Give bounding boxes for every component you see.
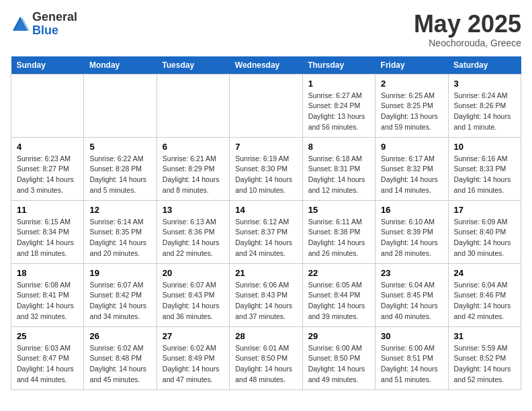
day-number: 5: [89, 142, 150, 152]
calendar-cell: 30Sunrise: 6:00 AMSunset: 8:51 PMDayligh…: [375, 326, 448, 390]
day-number: 31: [454, 331, 515, 341]
day-number: 6: [163, 142, 224, 152]
cell-info: Sunrise: 6:25 AMSunset: 8:25 PMDaylight:…: [381, 91, 442, 133]
cell-info: Sunrise: 6:01 AMSunset: 8:50 PMDaylight:…: [235, 343, 296, 385]
cell-info: Sunrise: 6:06 AMSunset: 8:43 PMDaylight:…: [235, 280, 296, 322]
logo-general-text: General: [32, 10, 77, 24]
day-number: 13: [163, 205, 224, 215]
day-number: 17: [454, 205, 515, 215]
calendar-cell: 9Sunrise: 6:17 AMSunset: 8:32 PMDaylight…: [375, 137, 448, 200]
cell-info: Sunrise: 6:21 AMSunset: 8:29 PMDaylight:…: [163, 154, 224, 196]
calendar-cell: 19Sunrise: 6:07 AMSunset: 8:42 PMDayligh…: [84, 263, 157, 326]
logo: General Blue: [11, 11, 77, 38]
day-number: 22: [308, 268, 369, 278]
cell-info: Sunrise: 6:10 AMSunset: 8:39 PMDaylight:…: [381, 217, 442, 259]
day-number: 4: [17, 142, 78, 152]
calendar-cell: 16Sunrise: 6:10 AMSunset: 8:39 PMDayligh…: [375, 200, 448, 263]
day-number: 11: [17, 205, 78, 215]
cell-info: Sunrise: 6:05 AMSunset: 8:44 PMDaylight:…: [308, 280, 369, 322]
day-header-friday: Friday: [375, 56, 448, 75]
day-number: 7: [235, 142, 296, 152]
calendar-cell: 12Sunrise: 6:14 AMSunset: 8:35 PMDayligh…: [84, 200, 157, 263]
cell-info: Sunrise: 6:27 AMSunset: 8:24 PMDaylight:…: [308, 91, 369, 133]
cell-info: Sunrise: 6:22 AMSunset: 8:28 PMDaylight:…: [89, 154, 150, 196]
cell-info: Sunrise: 6:07 AMSunset: 8:43 PMDaylight:…: [163, 280, 224, 322]
calendar-cell: 26Sunrise: 6:02 AMSunset: 8:48 PMDayligh…: [84, 326, 157, 390]
calendar-cell: 22Sunrise: 6:05 AMSunset: 8:44 PMDayligh…: [302, 263, 375, 326]
calendar-cell: [84, 74, 157, 137]
day-header-saturday: Saturday: [448, 56, 521, 75]
calendar-cell: 28Sunrise: 6:01 AMSunset: 8:50 PMDayligh…: [230, 326, 302, 390]
page-header: General Blue May 2025 Neochorouda, Greec…: [11, 11, 521, 48]
title-block: May 2025 Neochorouda, Greece: [414, 11, 521, 48]
cell-info: Sunrise: 6:02 AMSunset: 8:48 PMDaylight:…: [89, 343, 150, 385]
day-number: 19: [89, 268, 150, 278]
calendar-cell: 27Sunrise: 6:02 AMSunset: 8:49 PMDayligh…: [157, 326, 229, 390]
day-header-thursday: Thursday: [302, 56, 375, 75]
day-number: 25: [17, 331, 78, 341]
cell-info: Sunrise: 6:04 AMSunset: 8:46 PMDaylight:…: [454, 280, 515, 322]
calendar-cell: 24Sunrise: 6:04 AMSunset: 8:46 PMDayligh…: [448, 263, 521, 326]
cell-info: Sunrise: 6:19 AMSunset: 8:30 PMDaylight:…: [235, 154, 296, 196]
cell-info: Sunrise: 6:13 AMSunset: 8:36 PMDaylight:…: [163, 217, 224, 259]
week-row-5: 25Sunrise: 6:03 AMSunset: 8:47 PMDayligh…: [11, 326, 521, 390]
day-number: 28: [235, 331, 296, 341]
cell-info: Sunrise: 5:59 AMSunset: 8:52 PMDaylight:…: [454, 343, 515, 385]
cell-info: Sunrise: 6:17 AMSunset: 8:32 PMDaylight:…: [381, 154, 442, 196]
day-number: 21: [235, 268, 296, 278]
day-number: 30: [381, 331, 442, 341]
day-number: 2: [381, 79, 442, 89]
cell-info: Sunrise: 6:07 AMSunset: 8:42 PMDaylight:…: [89, 280, 150, 322]
day-number: 24: [454, 268, 515, 278]
cell-info: Sunrise: 6:09 AMSunset: 8:40 PMDaylight:…: [454, 217, 515, 259]
cell-info: Sunrise: 6:00 AMSunset: 8:51 PMDaylight:…: [381, 343, 442, 385]
calendar-cell: 1Sunrise: 6:27 AMSunset: 8:24 PMDaylight…: [302, 74, 375, 137]
cell-info: Sunrise: 6:23 AMSunset: 8:27 PMDaylight:…: [17, 154, 78, 196]
calendar-cell: 5Sunrise: 6:22 AMSunset: 8:28 PMDaylight…: [84, 137, 157, 200]
day-number: 29: [308, 331, 369, 341]
calendar-cell: 25Sunrise: 6:03 AMSunset: 8:47 PMDayligh…: [11, 326, 84, 390]
cell-info: Sunrise: 6:16 AMSunset: 8:33 PMDaylight:…: [454, 154, 515, 196]
day-number: 20: [163, 268, 224, 278]
day-number: 16: [381, 205, 442, 215]
calendar-cell: [157, 74, 229, 137]
day-header-wednesday: Wednesday: [230, 56, 302, 75]
calendar-cell: 18Sunrise: 6:08 AMSunset: 8:41 PMDayligh…: [11, 263, 84, 326]
calendar-cell: 21Sunrise: 6:06 AMSunset: 8:43 PMDayligh…: [230, 263, 302, 326]
calendar-header-row: SundayMondayTuesdayWednesdayThursdayFrid…: [11, 56, 521, 75]
calendar-cell: 10Sunrise: 6:16 AMSunset: 8:33 PMDayligh…: [448, 137, 521, 200]
calendar-cell: 14Sunrise: 6:12 AMSunset: 8:37 PMDayligh…: [230, 200, 302, 263]
week-row-1: 1Sunrise: 6:27 AMSunset: 8:24 PMDaylight…: [11, 74, 521, 137]
calendar-cell: 17Sunrise: 6:09 AMSunset: 8:40 PMDayligh…: [448, 200, 521, 263]
cell-info: Sunrise: 6:11 AMSunset: 8:38 PMDaylight:…: [308, 217, 369, 259]
week-row-2: 4Sunrise: 6:23 AMSunset: 8:27 PMDaylight…: [11, 137, 521, 200]
cell-info: Sunrise: 6:00 AMSunset: 8:50 PMDaylight:…: [308, 343, 369, 385]
calendar-cell: [11, 74, 84, 137]
calendar-cell: 7Sunrise: 6:19 AMSunset: 8:30 PMDaylight…: [230, 137, 302, 200]
day-number: 3: [454, 79, 515, 89]
cell-info: Sunrise: 6:24 AMSunset: 8:26 PMDaylight:…: [454, 91, 515, 133]
day-number: 27: [163, 331, 224, 341]
cell-info: Sunrise: 6:15 AMSunset: 8:34 PMDaylight:…: [17, 217, 78, 259]
calendar-cell: 3Sunrise: 6:24 AMSunset: 8:26 PMDaylight…: [448, 74, 521, 137]
day-number: 1: [308, 79, 369, 89]
calendar-cell: 8Sunrise: 6:18 AMSunset: 8:31 PMDaylight…: [302, 137, 375, 200]
cell-info: Sunrise: 6:14 AMSunset: 8:35 PMDaylight:…: [89, 217, 150, 259]
day-number: 15: [308, 205, 369, 215]
day-header-tuesday: Tuesday: [157, 56, 229, 75]
day-number: 8: [308, 142, 369, 152]
calendar-cell: 4Sunrise: 6:23 AMSunset: 8:27 PMDaylight…: [11, 137, 84, 200]
cell-info: Sunrise: 6:02 AMSunset: 8:49 PMDaylight:…: [163, 343, 224, 385]
calendar-cell: [230, 74, 302, 137]
day-number: 18: [17, 268, 78, 278]
logo-icon: [11, 15, 30, 34]
cell-info: Sunrise: 6:08 AMSunset: 8:41 PMDaylight:…: [17, 280, 78, 322]
calendar-table: SundayMondayTuesdayWednesdayThursdayFrid…: [11, 56, 521, 390]
calendar-cell: 23Sunrise: 6:04 AMSunset: 8:45 PMDayligh…: [375, 263, 448, 326]
calendar-cell: 15Sunrise: 6:11 AMSunset: 8:38 PMDayligh…: [302, 200, 375, 263]
day-header-monday: Monday: [84, 56, 157, 75]
logo-blue-text: Blue: [32, 24, 58, 37]
calendar-subtitle: Neochorouda, Greece: [414, 38, 521, 48]
cell-info: Sunrise: 6:12 AMSunset: 8:37 PMDaylight:…: [235, 217, 296, 259]
day-header-sunday: Sunday: [11, 56, 84, 75]
